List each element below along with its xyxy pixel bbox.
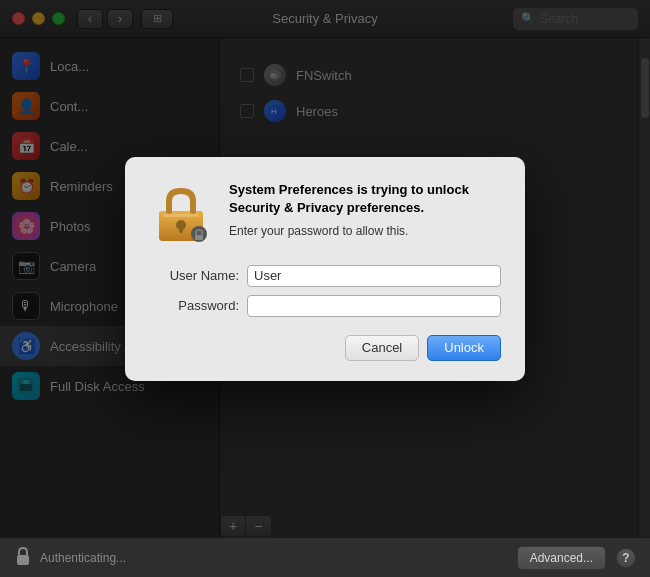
modal-overlay: System Preferences is trying to unlock S… — [0, 0, 650, 537]
username-input[interactable] — [247, 265, 501, 287]
unlock-modal: System Preferences is trying to unlock S… — [125, 157, 525, 381]
modal-buttons: Cancel Unlock — [149, 335, 501, 361]
footer: Authenticating... Advanced... ? — [0, 537, 650, 577]
svg-rect-12 — [163, 214, 199, 217]
modal-title: System Preferences is trying to unlock S… — [229, 181, 501, 217]
username-row: User Name: — [149, 265, 501, 287]
password-label: Password: — [149, 298, 239, 313]
svg-rect-11 — [179, 225, 183, 233]
authenticating-label: Authenticating... — [40, 551, 126, 565]
modal-header: System Preferences is trying to unlock S… — [149, 181, 501, 245]
svg-rect-14 — [195, 235, 203, 240]
footer-lock: Authenticating... — [14, 546, 126, 570]
cancel-button[interactable]: Cancel — [345, 335, 419, 361]
modal-title-area: System Preferences is trying to unlock S… — [229, 181, 501, 240]
password-input[interactable] — [247, 295, 501, 317]
footer-right: Advanced... ? — [517, 546, 636, 570]
lock-icon — [14, 546, 32, 570]
modal-subtitle: Enter your password to allow this. — [229, 223, 501, 240]
password-row: Password: — [149, 295, 501, 317]
modal-form: User Name: Password: — [149, 265, 501, 317]
svg-rect-7 — [17, 555, 29, 565]
help-button[interactable]: ? — [616, 548, 636, 568]
unlock-button[interactable]: Unlock — [427, 335, 501, 361]
username-label: User Name: — [149, 268, 239, 283]
advanced-button[interactable]: Advanced... — [517, 546, 606, 570]
lock-icon-modal — [149, 181, 213, 245]
